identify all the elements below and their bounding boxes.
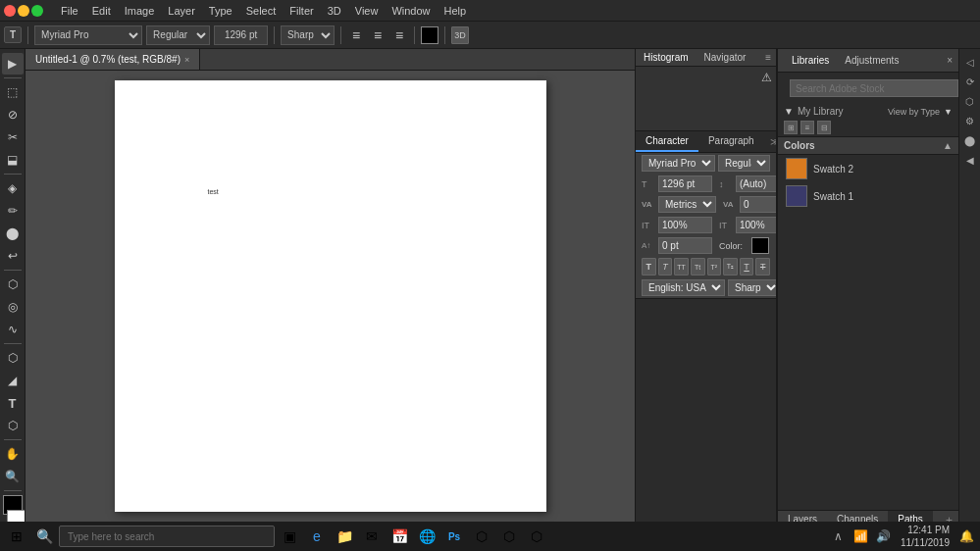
taskbar-search-input[interactable] (59, 526, 275, 547)
menu-select[interactable]: Select (240, 3, 283, 19)
text-tool-icon[interactable]: T (4, 26, 22, 43)
align-center-icon[interactable]: ≡ (369, 26, 387, 44)
history-tool[interactable]: ↩ (2, 245, 24, 267)
navigator-tab[interactable]: Navigator (696, 49, 754, 66)
font-style-select[interactable]: Regular (146, 25, 210, 45)
char-kerning-select[interactable]: Metrics (658, 196, 716, 213)
expand-icon-2[interactable]: ⬡ (961, 92, 979, 110)
app-icon-1[interactable]: 🌐 (414, 524, 439, 549)
menu-edit[interactable]: Edit (86, 3, 117, 19)
pen-tool[interactable]: ◢ (2, 370, 24, 391)
minimize-button[interactable] (18, 5, 29, 17)
brush-tool[interactable]: ✏ (2, 200, 24, 222)
lasso-tool[interactable]: ⊘ (2, 104, 24, 125)
task-view-button[interactable]: ▣ (277, 524, 302, 549)
view-dropdown-arrow[interactable]: ▼ (944, 107, 953, 117)
menu-file[interactable]: File (55, 3, 84, 19)
mail-icon[interactable]: ✉ (359, 524, 385, 549)
app-icon-3[interactable]: ⬡ (496, 524, 522, 549)
align-right-icon[interactable]: ≡ (390, 26, 408, 44)
volume-icon[interactable]: 🔊 (874, 526, 894, 546)
menu-layer[interactable]: Layer (162, 3, 201, 19)
clone-tool[interactable]: ⬤ (2, 223, 24, 244)
panel-icon-1[interactable]: ⬤ (961, 131, 979, 149)
system-clock[interactable]: 12:41 PM 11/11/2019 (897, 524, 954, 549)
adobe-stock-search[interactable] (790, 79, 958, 97)
start-button[interactable]: ⊞ (4, 524, 29, 549)
bold-icon[interactable]: T (642, 258, 656, 276)
colors-collapse-icon[interactable]: ▲ (943, 140, 953, 151)
align-left-icon[interactable]: ≡ (347, 26, 365, 44)
file-explorer-icon[interactable]: 📁 (332, 524, 357, 549)
char-size-input[interactable] (658, 175, 712, 192)
calendar-icon[interactable]: 📅 (387, 524, 412, 549)
char-font-select[interactable]: Myriad Pro (642, 155, 715, 172)
char-tracking-input[interactable] (740, 196, 777, 213)
font-name-select[interactable]: Myriad Pro (34, 25, 142, 45)
char-vscale-input[interactable] (658, 217, 712, 233)
hand-tool[interactable]: ✋ (2, 443, 24, 465)
menu-window[interactable]: Window (386, 3, 436, 19)
libraries-tab[interactable]: Libraries (784, 52, 837, 69)
marquee-tool[interactable]: ⬚ (2, 81, 24, 103)
3d-icon[interactable]: 3D (451, 26, 469, 44)
eraser-tool[interactable]: ⬡ (2, 274, 24, 295)
adjustments-tab[interactable]: Adjustments (837, 52, 906, 69)
character-tab[interactable]: Character (636, 131, 698, 152)
libs-close-icon[interactable]: × (947, 55, 953, 66)
paragraph-tab[interactable]: Paragraph (698, 131, 764, 152)
shape-tool[interactable]: ⬡ (2, 415, 24, 436)
settings-icon[interactable]: ⚙ (961, 112, 979, 129)
grid-view-btn[interactable]: ⊞ (784, 121, 798, 134)
expand-icon-1[interactable]: ◁ (961, 53, 979, 71)
rotate-icon[interactable]: ⟳ (961, 73, 979, 90)
char-panel-more[interactable]: ≫ (764, 132, 777, 151)
document-tab[interactable]: Untitled-1 @ 0.7% (test, RGB/8#) × (26, 49, 200, 70)
close-button[interactable] (4, 5, 16, 17)
small-caps-icon[interactable]: Tt (691, 258, 705, 276)
notification-icon[interactable]: 🔔 (956, 526, 976, 546)
dodge-tool[interactable]: ⬡ (2, 347, 24, 369)
maximize-button[interactable] (31, 5, 43, 17)
char-baseline-input[interactable] (658, 237, 712, 254)
move-tool[interactable]: ▶ (2, 53, 24, 75)
char-style-select[interactable]: Regular (718, 155, 770, 172)
char-aa-select[interactable]: Sharp (728, 279, 777, 296)
char-color-swatch[interactable] (751, 237, 769, 254)
menu-filter[interactable]: Filter (284, 3, 319, 19)
menu-help[interactable]: Help (438, 3, 473, 19)
zoom-tool[interactable]: 🔍 (2, 466, 24, 487)
menu-view[interactable]: View (349, 3, 385, 19)
swatch-1-item[interactable]: Swatch 1 (778, 182, 958, 210)
app-icon-2[interactable]: ⬡ (469, 524, 494, 549)
font-size-input[interactable] (214, 25, 268, 45)
subscript-icon[interactable]: T₂ (723, 258, 738, 276)
char-hscale-input[interactable] (736, 217, 777, 233)
ps-icon[interactable]: Ps (441, 524, 467, 549)
menu-type[interactable]: Type (203, 3, 238, 19)
histogram-tab[interactable]: Histogram (636, 49, 696, 66)
network-icon[interactable]: 📶 (851, 526, 871, 546)
swatch-2-item[interactable]: Swatch 2 (778, 155, 958, 182)
menu-3d[interactable]: 3D (322, 3, 347, 19)
text-tool[interactable]: T (2, 392, 24, 414)
superscript-icon[interactable]: T² (707, 258, 722, 276)
panel-icon-2[interactable]: ◀ (961, 151, 979, 169)
strikethrough-icon[interactable]: T (755, 258, 770, 276)
char-lang-select[interactable]: English: USA (642, 279, 725, 296)
blur-tool[interactable]: ∿ (2, 319, 24, 340)
antialiasing-select[interactable]: Sharp (281, 25, 335, 45)
text-color-swatch[interactable] (421, 26, 438, 44)
chevron-up-icon[interactable]: ∧ (829, 526, 849, 546)
list-view-btn[interactable]: ≡ (800, 121, 814, 134)
crop-tool[interactable]: ✂ (2, 126, 24, 148)
tab-close-button[interactable]: × (184, 55, 189, 65)
italic-icon[interactable]: T (658, 258, 673, 276)
menu-image[interactable]: Image (119, 3, 161, 19)
app-icon-4[interactable]: ⬡ (524, 524, 549, 549)
eyedropper-tool[interactable]: ⬓ (2, 149, 24, 171)
gradient-tool[interactable]: ◎ (2, 296, 24, 318)
heal-tool[interactable]: ◈ (2, 177, 24, 199)
histogram-menu-icon[interactable]: ≡ (760, 49, 776, 66)
char-leading-input[interactable] (736, 175, 777, 192)
